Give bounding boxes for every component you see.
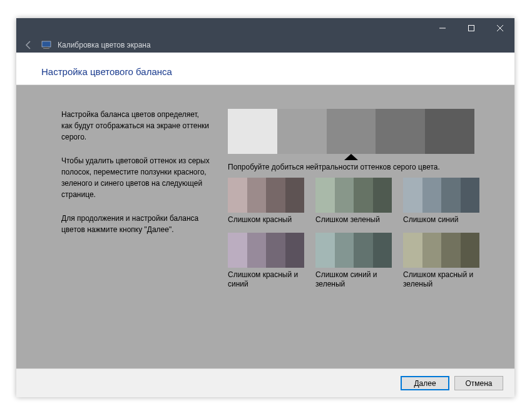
color-swatch xyxy=(315,178,335,213)
color-swatch xyxy=(373,233,392,268)
gray-swatch xyxy=(425,109,474,154)
pointer-icon xyxy=(228,154,474,163)
header-bar: Калибровка цветов экрана xyxy=(16,38,514,53)
color-swatch xyxy=(422,233,442,268)
color-swatch xyxy=(228,233,247,268)
color-swatch xyxy=(285,233,305,268)
example-strip xyxy=(228,178,304,213)
page-title: Настройка цветового баланса xyxy=(16,53,514,85)
gray-swatch xyxy=(228,109,277,154)
back-button[interactable] xyxy=(23,39,35,51)
next-button[interactable]: Далее xyxy=(401,376,449,390)
paragraph-1: Настройка баланса цветов определяет, как… xyxy=(61,109,212,143)
examples-grid: Слишком красныйСлишком зеленыйСлишком си… xyxy=(228,178,499,288)
description-column: Настройка баланса цветов определяет, как… xyxy=(61,109,212,362)
example-label: Слишком зеленый xyxy=(315,215,392,224)
color-swatch xyxy=(247,178,267,213)
example-1: Слишком зеленый xyxy=(315,178,392,224)
color-swatch xyxy=(228,178,247,213)
example-label: Слишком красный и зеленый xyxy=(403,270,479,288)
example-3: Слишком красный и синий xyxy=(228,233,304,288)
app-icon xyxy=(41,41,51,49)
gray-swatch xyxy=(277,109,327,154)
color-swatch xyxy=(354,233,373,268)
color-swatch xyxy=(247,233,267,268)
svg-rect-1 xyxy=(469,25,474,31)
example-label: Слишком синий xyxy=(403,215,479,224)
gray-swatch xyxy=(327,109,376,154)
app-title: Калибровка цветов экрана xyxy=(58,41,151,49)
color-swatch xyxy=(403,178,422,213)
main-area: Настройка баланса цветов определяет, как… xyxy=(16,85,514,368)
example-strip xyxy=(228,233,304,268)
examples-column: Попробуйте добиться нейтральности оттенк… xyxy=(228,109,499,362)
example-strip xyxy=(315,178,392,213)
color-swatch xyxy=(266,178,285,213)
example-label: Слишком красный и синий xyxy=(228,270,304,288)
example-2: Слишком синий xyxy=(403,178,479,224)
example-strip xyxy=(403,178,479,213)
color-swatch xyxy=(285,178,305,213)
instruction-text: Попробуйте добиться нейтральности оттенк… xyxy=(228,163,499,171)
close-button[interactable] xyxy=(486,18,514,38)
color-swatch xyxy=(354,178,373,213)
color-swatch xyxy=(335,233,354,268)
svg-marker-7 xyxy=(344,154,358,160)
gray-swatch xyxy=(376,109,425,154)
paragraph-2: Чтобы удалить цветовой оттенок из серых … xyxy=(61,155,212,200)
color-swatch xyxy=(461,233,480,268)
minimize-button[interactable] xyxy=(428,18,457,38)
color-swatch xyxy=(315,233,335,268)
example-5: Слишком красный и зеленый xyxy=(403,233,479,288)
color-swatch xyxy=(403,233,422,268)
svg-rect-6 xyxy=(43,48,49,49)
calibration-window: Калибровка цветов экрана Настройка цвето… xyxy=(16,18,514,397)
example-strip xyxy=(403,233,479,268)
example-label: Слишком синий и зеленый xyxy=(315,270,392,288)
color-swatch xyxy=(461,178,480,213)
example-strip xyxy=(315,233,392,268)
color-swatch xyxy=(441,178,461,213)
cancel-button[interactable]: Отмена xyxy=(454,376,503,390)
example-0: Слишком красный xyxy=(228,178,304,224)
color-swatch xyxy=(266,233,285,268)
example-label: Слишком красный xyxy=(228,215,304,224)
color-swatch xyxy=(335,178,354,213)
svg-rect-4 xyxy=(42,41,51,47)
svg-rect-5 xyxy=(44,47,48,48)
titlebar xyxy=(16,18,514,38)
color-swatch xyxy=(441,233,461,268)
neutral-gray-strip xyxy=(228,109,474,154)
content-area: Настройка цветового баланса Настройка ба… xyxy=(16,53,514,397)
footer-bar: Далее Отмена xyxy=(16,368,514,397)
example-4: Слишком синий и зеленый xyxy=(315,233,392,288)
color-swatch xyxy=(422,178,442,213)
color-swatch xyxy=(373,178,392,213)
paragraph-3: Для продолжения и настройки баланса цвет… xyxy=(61,213,212,235)
maximize-button[interactable] xyxy=(457,18,486,38)
